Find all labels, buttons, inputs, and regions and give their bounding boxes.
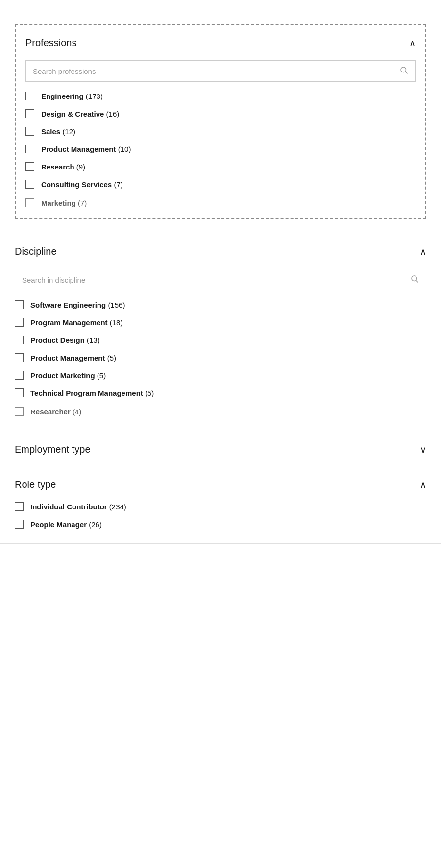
discipline-checkbox-product-marketing[interactable] [15, 371, 24, 380]
professions-header[interactable]: Professions ∧ [16, 25, 425, 60]
professions-search-input[interactable] [33, 67, 399, 75]
profession-label-product-mgmt: Product Management (10) [41, 145, 131, 153]
profession-label-engineering: Engineering (173) [41, 92, 103, 100]
profession-label-design: Design & Creative (16) [41, 110, 119, 118]
profession-item-research[interactable]: Research (9) [25, 162, 416, 171]
discipline-item-product-marketing[interactable]: Product Marketing (5) [15, 371, 426, 380]
profession-item-marketing[interactable]: Marketing (7) [25, 197, 416, 208]
professions-section: Professions ∧ Engi [0, 5, 441, 234]
discipline-item-product-mgmt[interactable]: Product Management (5) [15, 353, 426, 362]
role-type-header[interactable]: Role type ∧ [0, 467, 441, 502]
role-checkbox-people-manager[interactable] [15, 520, 24, 529]
profession-label-sales: Sales (12) [41, 127, 75, 136]
professions-search-icon [399, 66, 408, 76]
role-type-chevron-up-icon: ∧ [420, 480, 426, 490]
discipline-checkbox-software-eng[interactable] [15, 300, 24, 309]
employment-type-section: Employment type ∨ [0, 432, 441, 467]
profession-item-product-mgmt[interactable]: Product Management (10) [25, 145, 416, 153]
professions-search-box[interactable] [25, 60, 416, 82]
role-checkbox-individual-contributor[interactable] [15, 502, 24, 511]
professions-content: Engineering (173) Design & Creative (16)… [16, 60, 425, 218]
svg-line-3 [416, 280, 418, 282]
svg-point-0 [401, 67, 406, 72]
discipline-content: Software Engineering (156) Program Manag… [0, 269, 441, 417]
role-item-individual-contributor[interactable]: Individual Contributor (234) [15, 502, 426, 511]
discipline-item-software-eng[interactable]: Software Engineering (156) [15, 300, 426, 309]
profession-label-research: Research (9) [41, 163, 85, 171]
role-type-content: Individual Contributor (234) People Mana… [0, 502, 441, 543]
filter-panel: Professions ∧ Engi [0, 0, 441, 544]
profession-checkbox-research[interactable] [25, 162, 34, 171]
professions-chevron-up-icon: ∧ [409, 38, 416, 48]
role-type-section: Role type ∧ Individual Contributor (234)… [0, 467, 441, 544]
profession-item-sales[interactable]: Sales (12) [25, 127, 416, 136]
role-type-title: Role type [15, 479, 56, 490]
discipline-checkbox-product-design[interactable] [15, 336, 24, 344]
discipline-search-icon [410, 274, 419, 285]
discipline-label-researcher: Researcher (4) [30, 408, 81, 416]
discipline-item-product-design[interactable]: Product Design (13) [15, 336, 426, 344]
employment-type-chevron-down-icon: ∨ [420, 444, 426, 455]
profession-checkbox-engineering[interactable] [25, 92, 34, 100]
discipline-item-program-mgmt[interactable]: Program Management (18) [15, 318, 426, 327]
employment-type-title: Employment type [15, 444, 91, 455]
discipline-checkbox-researcher[interactable] [15, 407, 24, 416]
svg-line-1 [405, 72, 407, 73]
profession-checkbox-consulting[interactable] [25, 180, 34, 189]
professions-title: Professions [25, 37, 77, 48]
discipline-label-software-eng: Software Engineering (156) [30, 301, 125, 309]
professions-filter-box: Professions ∧ Engi [15, 24, 426, 219]
profession-item-consulting[interactable]: Consulting Services (7) [25, 180, 416, 189]
discipline-title: Discipline [15, 246, 57, 257]
profession-checkbox-design[interactable] [25, 109, 34, 118]
discipline-header[interactable]: Discipline ∧ [0, 234, 441, 269]
profession-label-marketing: Marketing (7) [41, 199, 87, 207]
discipline-checkbox-product-mgmt[interactable] [15, 353, 24, 362]
discipline-section: Discipline ∧ Software Engineering (156) [0, 234, 441, 432]
discipline-label-product-marketing: Product Marketing (5) [30, 371, 106, 380]
discipline-label-tech-program-mgmt: Technical Program Management (5) [30, 389, 154, 397]
discipline-label-product-design: Product Design (13) [30, 336, 100, 344]
role-item-people-manager[interactable]: People Manager (26) [15, 520, 426, 529]
profession-checkbox-product-mgmt[interactable] [25, 145, 34, 153]
discipline-chevron-up-icon: ∧ [420, 246, 426, 257]
discipline-label-program-mgmt: Program Management (18) [30, 318, 122, 327]
discipline-search-box[interactable] [15, 269, 426, 290]
discipline-checkbox-program-mgmt[interactable] [15, 318, 24, 327]
profession-item-design[interactable]: Design & Creative (16) [25, 109, 416, 118]
profession-checkbox-marketing[interactable] [25, 198, 34, 207]
employment-type-header[interactable]: Employment type ∨ [0, 432, 441, 467]
discipline-search-input[interactable] [22, 276, 410, 284]
svg-point-2 [412, 276, 417, 281]
role-label-people-manager: People Manager (26) [30, 520, 102, 529]
discipline-checkbox-tech-program-mgmt[interactable] [15, 388, 24, 397]
discipline-item-tech-program-mgmt[interactable]: Technical Program Management (5) [15, 388, 426, 397]
role-label-individual-contributor: Individual Contributor (234) [30, 503, 126, 511]
discipline-label-product-mgmt: Product Management (5) [30, 354, 116, 362]
profession-checkbox-sales[interactable] [25, 127, 34, 136]
discipline-item-researcher[interactable]: Researcher (4) [15, 406, 426, 417]
profession-item-engineering[interactable]: Engineering (173) [25, 92, 416, 100]
profession-label-consulting: Consulting Services (7) [41, 180, 123, 189]
